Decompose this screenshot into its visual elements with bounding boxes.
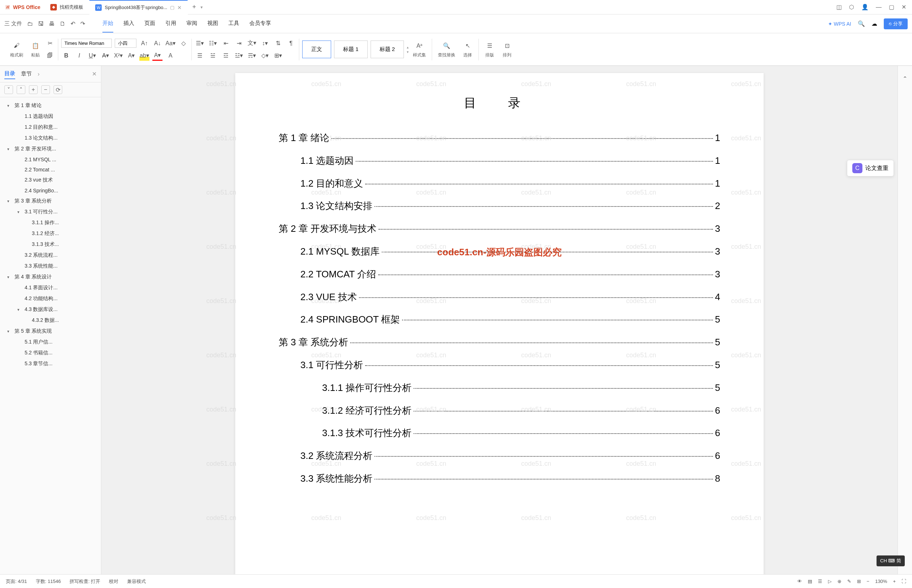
chevron-right-icon[interactable]: › bbox=[38, 71, 39, 78]
outline-item[interactable]: 3.1.2 经济... bbox=[0, 228, 101, 239]
font-size-select[interactable] bbox=[115, 39, 136, 48]
toc-line[interactable]: 3.1.1 操作可行性分析5 bbox=[279, 380, 720, 396]
share-button[interactable]: ⎋ 分享 bbox=[884, 18, 908, 29]
style-normal[interactable]: 正文 bbox=[302, 40, 331, 58]
outline-item[interactable]: 1.1 选题动因 bbox=[0, 111, 101, 122]
close-icon[interactable]: ✕ bbox=[177, 5, 182, 10]
justify-icon[interactable]: ☳▾ bbox=[234, 51, 244, 61]
search-icon[interactable]: 🔍 bbox=[858, 20, 865, 27]
paper-check-button[interactable]: C 论文查重 bbox=[847, 160, 894, 176]
toc-line[interactable]: 1.3 论文结构安排2 bbox=[279, 197, 720, 215]
wps-ai-button[interactable]: ✦ WPS AI bbox=[828, 21, 851, 27]
outline-item[interactable]: 3.1.3 技术... bbox=[0, 239, 101, 250]
align-objects-icon[interactable]: ⊡ bbox=[502, 40, 512, 51]
toc-line[interactable]: 3.1 可行性分析5 bbox=[279, 357, 720, 373]
save-icon[interactable]: 🖫 bbox=[38, 21, 44, 27]
sidebar-tab-toc[interactable]: 目录 bbox=[4, 69, 15, 79]
superscript-icon[interactable]: X²▾ bbox=[113, 51, 123, 61]
align-right-icon[interactable]: ☲ bbox=[221, 51, 231, 61]
tab-document[interactable]: W SpringBoot438基于springbo... ▢ ✕ bbox=[89, 0, 188, 15]
increase-font-icon[interactable]: A↑ bbox=[139, 38, 149, 48]
strikethrough-icon[interactable]: A̶▾ bbox=[100, 51, 110, 61]
menu-tab-review[interactable]: 审阅 bbox=[186, 15, 197, 32]
menu-tab-insert[interactable]: 插入 bbox=[123, 15, 134, 32]
outline-item[interactable]: ▾第 1 章 绪论 bbox=[0, 100, 101, 111]
zoom-out-icon[interactable]: − bbox=[867, 578, 870, 584]
toc-line[interactable]: 2.4 SPRINGBOOT 框架5 bbox=[279, 311, 720, 328]
globe-icon[interactable]: ⊕ bbox=[837, 578, 841, 584]
word-count[interactable]: 字数: 11546 bbox=[36, 578, 61, 585]
cut-icon[interactable]: ✂ bbox=[45, 38, 55, 48]
spell-check-status[interactable]: 拼写检查: 打开 bbox=[70, 578, 100, 585]
underline-icon[interactable]: U▾ bbox=[87, 51, 97, 61]
maximize-icon[interactable]: ▢ bbox=[889, 3, 894, 10]
menu-tab-member[interactable]: 会员专享 bbox=[249, 15, 271, 32]
outline-item[interactable]: 1.2 目的和意... bbox=[0, 122, 101, 133]
outline-item[interactable]: 4.2 功能结构... bbox=[0, 293, 101, 304]
outline-item[interactable]: 3.3 系统性能... bbox=[0, 261, 101, 271]
print-preview-icon[interactable]: 🗋 bbox=[60, 21, 65, 27]
outline-item[interactable]: ▾第 4 章 系统设计 bbox=[0, 271, 101, 283]
collapse-up-icon[interactable]: ˄ bbox=[17, 86, 25, 94]
toc-line[interactable]: 1.2 目的和意义1 bbox=[279, 175, 720, 192]
style-scroll-down-icon[interactable]: ▾ bbox=[407, 50, 408, 54]
highlight-icon[interactable]: ab▾ bbox=[139, 51, 149, 61]
toc-line[interactable]: 3.1.3 技术可行性分析6 bbox=[279, 425, 720, 441]
bold-icon[interactable]: B bbox=[61, 51, 71, 61]
outline-item[interactable]: 5.2 书籍信... bbox=[0, 347, 101, 359]
outline-item[interactable]: ▾第 2 章 开发环境... bbox=[0, 144, 101, 154]
outline-item[interactable]: 4.3.2 数据... bbox=[0, 315, 101, 326]
line-spacing-icon[interactable]: ↕▾ bbox=[260, 38, 270, 48]
paste-icon[interactable]: 📋 bbox=[31, 40, 40, 51]
tab-template[interactable]: ◆ 找稻壳模板 bbox=[45, 0, 89, 15]
eye-icon[interactable]: 👁 bbox=[797, 578, 802, 584]
toc-line[interactable]: 第 2 章 开发环境与技术3 bbox=[279, 220, 720, 237]
font-name-select[interactable] bbox=[61, 39, 112, 48]
zoom-in-icon[interactable]: + bbox=[893, 578, 896, 584]
play-icon[interactable]: ▷ bbox=[828, 578, 832, 584]
format-brush-icon[interactable]: 🖌 bbox=[11, 40, 22, 51]
outline-item[interactable]: 5.1 用户信... bbox=[0, 337, 101, 347]
app-logo[interactable]: WPS Office bbox=[0, 4, 45, 10]
outline-item[interactable]: 5.3 章节信... bbox=[0, 359, 101, 369]
remove-icon[interactable]: − bbox=[41, 86, 50, 94]
outline-item[interactable]: 1.3 论文结构... bbox=[0, 133, 101, 144]
collapse-panel-icon[interactable]: ⌃ bbox=[900, 73, 910, 84]
compat-mode[interactable]: 兼容模式 bbox=[127, 578, 146, 585]
page-indicator[interactable]: 页面: 4/31 bbox=[6, 578, 27, 585]
align-center-icon[interactable]: ☱ bbox=[208, 51, 218, 61]
toc-line[interactable]: 3.1.2 经济可行性分析6 bbox=[279, 402, 720, 419]
expand-down-icon[interactable]: ˅ bbox=[4, 86, 13, 94]
file-menu[interactable]: 三 文件 bbox=[4, 20, 22, 27]
pencil-icon[interactable]: ✎ bbox=[847, 578, 851, 584]
outline-item[interactable]: 2.4 SpringBo... bbox=[0, 186, 101, 195]
close-window-icon[interactable]: ✕ bbox=[902, 3, 906, 10]
toc-line[interactable]: 第 3 章 系统分析5 bbox=[279, 334, 720, 351]
window-layout-icon[interactable]: ◫ bbox=[836, 3, 842, 10]
distribute-icon[interactable]: ☴▾ bbox=[247, 51, 257, 61]
style-h2[interactable]: 标题 2 bbox=[371, 40, 404, 58]
minimize-icon[interactable]: — bbox=[876, 4, 881, 10]
copy-icon[interactable]: 🗐 bbox=[45, 51, 55, 61]
decrease-font-icon[interactable]: A↓ bbox=[152, 38, 162, 48]
menu-tab-reference[interactable]: 引用 bbox=[165, 15, 176, 32]
sidebar-tab-chapter[interactable]: 章节 bbox=[21, 69, 32, 79]
outline-item[interactable]: 2.2 Tomcat ... bbox=[0, 165, 101, 174]
char-shading-icon[interactable]: A bbox=[165, 51, 175, 61]
menu-tab-tools[interactable]: 工具 bbox=[228, 15, 239, 32]
style-h1[interactable]: 标题 1 bbox=[334, 40, 368, 58]
menu-tab-start[interactable]: 开始 bbox=[102, 15, 113, 32]
tab-menu-icon[interactable]: ▢ bbox=[170, 5, 175, 10]
style-scroll-up-icon[interactable]: ▴ bbox=[407, 45, 408, 49]
zoom-level[interactable]: 130% bbox=[875, 578, 887, 584]
outline-view-icon[interactable]: ☰ bbox=[818, 578, 822, 584]
toc-line[interactable]: 第 1 章 绪论1 bbox=[279, 129, 720, 147]
sort-icon[interactable]: ⇅ bbox=[273, 38, 283, 48]
outline-item[interactable]: 3.1.1 操作... bbox=[0, 217, 101, 228]
cube-icon[interactable]: ⬡ bbox=[849, 3, 854, 10]
outline-item[interactable]: ▾3.1 可行性分... bbox=[0, 207, 101, 217]
numbering-icon[interactable]: ☷▾ bbox=[208, 38, 218, 48]
outline-item[interactable]: ▾第 3 章 系统分析 bbox=[0, 195, 101, 207]
text-effect-icon[interactable]: A▾ bbox=[126, 51, 136, 61]
close-sidebar-icon[interactable]: ✕ bbox=[92, 71, 97, 78]
